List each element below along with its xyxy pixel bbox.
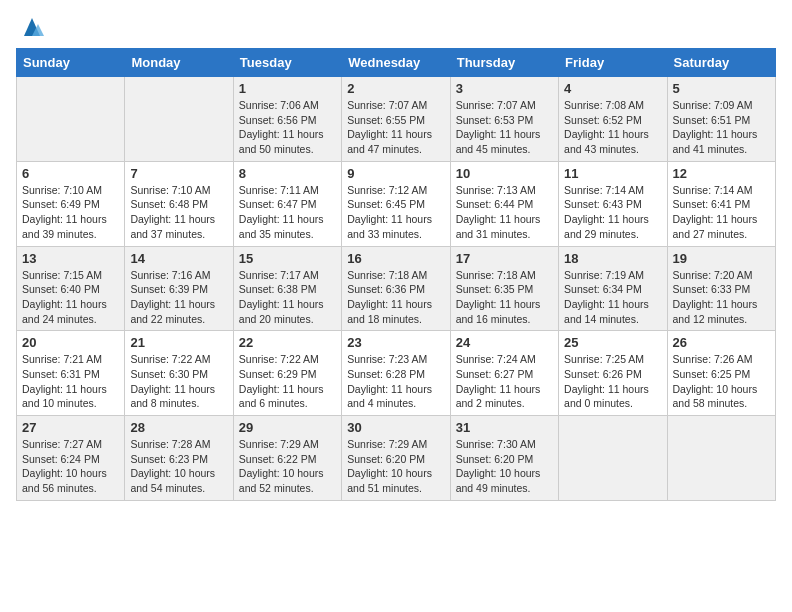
day-info: Sunrise: 7:07 AM Sunset: 6:53 PM Dayligh… [456, 98, 553, 157]
day-info: Sunrise: 7:18 AM Sunset: 6:35 PM Dayligh… [456, 268, 553, 327]
calendar-cell: 30Sunrise: 7:29 AM Sunset: 6:20 PM Dayli… [342, 416, 450, 501]
calendar-cell: 15Sunrise: 7:17 AM Sunset: 6:38 PM Dayli… [233, 246, 341, 331]
calendar-row-3: 20Sunrise: 7:21 AM Sunset: 6:31 PM Dayli… [17, 331, 776, 416]
day-info: Sunrise: 7:21 AM Sunset: 6:31 PM Dayligh… [22, 352, 119, 411]
page-header [16, 16, 776, 38]
calendar-cell: 6Sunrise: 7:10 AM Sunset: 6:49 PM Daylig… [17, 161, 125, 246]
day-number: 30 [347, 420, 444, 435]
day-info: Sunrise: 7:20 AM Sunset: 6:33 PM Dayligh… [673, 268, 770, 327]
calendar-cell: 18Sunrise: 7:19 AM Sunset: 6:34 PM Dayli… [559, 246, 667, 331]
day-number: 20 [22, 335, 119, 350]
day-info: Sunrise: 7:19 AM Sunset: 6:34 PM Dayligh… [564, 268, 661, 327]
day-number: 11 [564, 166, 661, 181]
weekday-header-sunday: Sunday [17, 49, 125, 77]
day-number: 3 [456, 81, 553, 96]
calendar-cell: 3Sunrise: 7:07 AM Sunset: 6:53 PM Daylig… [450, 77, 558, 162]
day-info: Sunrise: 7:28 AM Sunset: 6:23 PM Dayligh… [130, 437, 227, 496]
day-info: Sunrise: 7:26 AM Sunset: 6:25 PM Dayligh… [673, 352, 770, 411]
calendar-cell: 19Sunrise: 7:20 AM Sunset: 6:33 PM Dayli… [667, 246, 775, 331]
day-number: 18 [564, 251, 661, 266]
day-number: 29 [239, 420, 336, 435]
day-number: 19 [673, 251, 770, 266]
calendar-cell: 23Sunrise: 7:23 AM Sunset: 6:28 PM Dayli… [342, 331, 450, 416]
calendar-cell: 25Sunrise: 7:25 AM Sunset: 6:26 PM Dayli… [559, 331, 667, 416]
calendar-cell: 4Sunrise: 7:08 AM Sunset: 6:52 PM Daylig… [559, 77, 667, 162]
day-info: Sunrise: 7:09 AM Sunset: 6:51 PM Dayligh… [673, 98, 770, 157]
calendar-cell: 28Sunrise: 7:28 AM Sunset: 6:23 PM Dayli… [125, 416, 233, 501]
calendar-table: SundayMondayTuesdayWednesdayThursdayFrid… [16, 48, 776, 501]
day-number: 21 [130, 335, 227, 350]
calendar-cell: 7Sunrise: 7:10 AM Sunset: 6:48 PM Daylig… [125, 161, 233, 246]
day-info: Sunrise: 7:17 AM Sunset: 6:38 PM Dayligh… [239, 268, 336, 327]
calendar-cell: 21Sunrise: 7:22 AM Sunset: 6:30 PM Dayli… [125, 331, 233, 416]
day-number: 23 [347, 335, 444, 350]
day-info: Sunrise: 7:10 AM Sunset: 6:49 PM Dayligh… [22, 183, 119, 242]
day-number: 4 [564, 81, 661, 96]
day-info: Sunrise: 7:27 AM Sunset: 6:24 PM Dayligh… [22, 437, 119, 496]
day-info: Sunrise: 7:23 AM Sunset: 6:28 PM Dayligh… [347, 352, 444, 411]
day-info: Sunrise: 7:18 AM Sunset: 6:36 PM Dayligh… [347, 268, 444, 327]
day-info: Sunrise: 7:29 AM Sunset: 6:22 PM Dayligh… [239, 437, 336, 496]
calendar-cell [667, 416, 775, 501]
day-info: Sunrise: 7:13 AM Sunset: 6:44 PM Dayligh… [456, 183, 553, 242]
day-info: Sunrise: 7:30 AM Sunset: 6:20 PM Dayligh… [456, 437, 553, 496]
logo [16, 16, 46, 38]
day-number: 1 [239, 81, 336, 96]
calendar-cell: 20Sunrise: 7:21 AM Sunset: 6:31 PM Dayli… [17, 331, 125, 416]
weekday-header-tuesday: Tuesday [233, 49, 341, 77]
day-number: 10 [456, 166, 553, 181]
calendar-cell: 16Sunrise: 7:18 AM Sunset: 6:36 PM Dayli… [342, 246, 450, 331]
calendar-cell: 26Sunrise: 7:26 AM Sunset: 6:25 PM Dayli… [667, 331, 775, 416]
weekday-header-thursday: Thursday [450, 49, 558, 77]
day-info: Sunrise: 7:22 AM Sunset: 6:30 PM Dayligh… [130, 352, 227, 411]
calendar-cell: 8Sunrise: 7:11 AM Sunset: 6:47 PM Daylig… [233, 161, 341, 246]
day-info: Sunrise: 7:07 AM Sunset: 6:55 PM Dayligh… [347, 98, 444, 157]
day-number: 28 [130, 420, 227, 435]
calendar-cell: 31Sunrise: 7:30 AM Sunset: 6:20 PM Dayli… [450, 416, 558, 501]
weekday-header-saturday: Saturday [667, 49, 775, 77]
calendar-cell: 2Sunrise: 7:07 AM Sunset: 6:55 PM Daylig… [342, 77, 450, 162]
day-number: 7 [130, 166, 227, 181]
day-info: Sunrise: 7:08 AM Sunset: 6:52 PM Dayligh… [564, 98, 661, 157]
day-number: 24 [456, 335, 553, 350]
day-number: 9 [347, 166, 444, 181]
calendar-cell [17, 77, 125, 162]
day-info: Sunrise: 7:06 AM Sunset: 6:56 PM Dayligh… [239, 98, 336, 157]
day-number: 6 [22, 166, 119, 181]
calendar-cell [125, 77, 233, 162]
day-info: Sunrise: 7:12 AM Sunset: 6:45 PM Dayligh… [347, 183, 444, 242]
calendar-cell [559, 416, 667, 501]
day-number: 17 [456, 251, 553, 266]
day-number: 16 [347, 251, 444, 266]
day-info: Sunrise: 7:25 AM Sunset: 6:26 PM Dayligh… [564, 352, 661, 411]
day-info: Sunrise: 7:16 AM Sunset: 6:39 PM Dayligh… [130, 268, 227, 327]
day-info: Sunrise: 7:14 AM Sunset: 6:43 PM Dayligh… [564, 183, 661, 242]
day-number: 13 [22, 251, 119, 266]
day-info: Sunrise: 7:24 AM Sunset: 6:27 PM Dayligh… [456, 352, 553, 411]
calendar-cell: 27Sunrise: 7:27 AM Sunset: 6:24 PM Dayli… [17, 416, 125, 501]
calendar-row-2: 13Sunrise: 7:15 AM Sunset: 6:40 PM Dayli… [17, 246, 776, 331]
day-info: Sunrise: 7:14 AM Sunset: 6:41 PM Dayligh… [673, 183, 770, 242]
day-number: 14 [130, 251, 227, 266]
day-info: Sunrise: 7:11 AM Sunset: 6:47 PM Dayligh… [239, 183, 336, 242]
calendar-row-1: 6Sunrise: 7:10 AM Sunset: 6:49 PM Daylig… [17, 161, 776, 246]
calendar-cell: 1Sunrise: 7:06 AM Sunset: 6:56 PM Daylig… [233, 77, 341, 162]
day-number: 8 [239, 166, 336, 181]
weekday-header-friday: Friday [559, 49, 667, 77]
calendar-cell: 22Sunrise: 7:22 AM Sunset: 6:29 PM Dayli… [233, 331, 341, 416]
day-number: 22 [239, 335, 336, 350]
calendar-cell: 5Sunrise: 7:09 AM Sunset: 6:51 PM Daylig… [667, 77, 775, 162]
calendar-cell: 17Sunrise: 7:18 AM Sunset: 6:35 PM Dayli… [450, 246, 558, 331]
weekday-header-row: SundayMondayTuesdayWednesdayThursdayFrid… [17, 49, 776, 77]
calendar-cell: 11Sunrise: 7:14 AM Sunset: 6:43 PM Dayli… [559, 161, 667, 246]
day-number: 27 [22, 420, 119, 435]
logo-icon [18, 16, 46, 38]
day-number: 31 [456, 420, 553, 435]
calendar-cell: 10Sunrise: 7:13 AM Sunset: 6:44 PM Dayli… [450, 161, 558, 246]
calendar-row-0: 1Sunrise: 7:06 AM Sunset: 6:56 PM Daylig… [17, 77, 776, 162]
calendar-cell: 12Sunrise: 7:14 AM Sunset: 6:41 PM Dayli… [667, 161, 775, 246]
weekday-header-monday: Monday [125, 49, 233, 77]
day-info: Sunrise: 7:10 AM Sunset: 6:48 PM Dayligh… [130, 183, 227, 242]
calendar-cell: 24Sunrise: 7:24 AM Sunset: 6:27 PM Dayli… [450, 331, 558, 416]
calendar-cell: 14Sunrise: 7:16 AM Sunset: 6:39 PM Dayli… [125, 246, 233, 331]
